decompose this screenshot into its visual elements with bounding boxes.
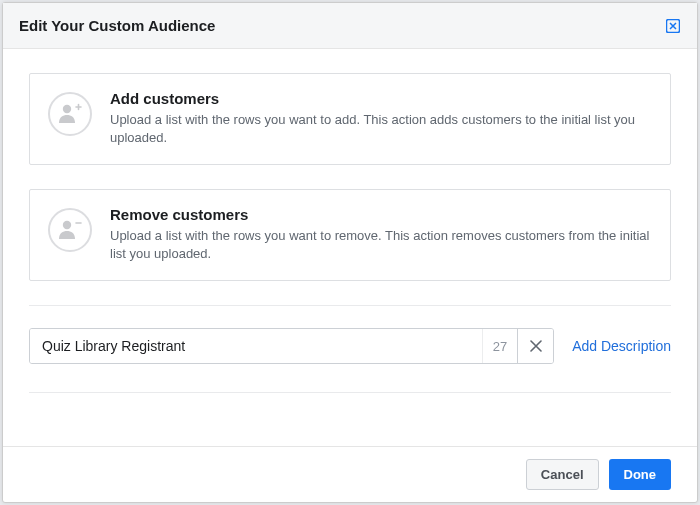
dialog-title: Edit Your Custom Audience bbox=[19, 17, 215, 34]
remove-customers-title: Remove customers bbox=[110, 206, 652, 223]
svg-point-1 bbox=[63, 105, 71, 113]
divider bbox=[29, 305, 671, 306]
user-minus-icon bbox=[48, 208, 92, 252]
name-row: 27 Add Description bbox=[29, 328, 671, 364]
user-plus-icon bbox=[48, 92, 92, 136]
edit-audience-dialog: Edit Your Custom Audience Add customers … bbox=[2, 2, 698, 503]
divider-bottom bbox=[29, 392, 671, 393]
x-icon bbox=[530, 340, 542, 352]
dialog-footer: Cancel Done bbox=[3, 446, 697, 502]
add-customers-title: Add customers bbox=[110, 90, 652, 107]
char-count: 27 bbox=[482, 329, 517, 363]
audience-name-group: 27 bbox=[29, 328, 554, 364]
add-description-link[interactable]: Add Description bbox=[572, 338, 671, 354]
svg-point-2 bbox=[63, 221, 71, 229]
close-button[interactable] bbox=[665, 18, 681, 34]
cancel-button[interactable]: Cancel bbox=[526, 459, 599, 490]
close-icon bbox=[666, 19, 680, 33]
add-customers-text: Add customers Upload a list with the row… bbox=[110, 90, 652, 146]
remove-customers-text: Remove customers Upload a list with the … bbox=[110, 206, 652, 262]
remove-customers-card[interactable]: Remove customers Upload a list with the … bbox=[29, 189, 671, 281]
add-customers-card[interactable]: Add customers Upload a list with the row… bbox=[29, 73, 671, 165]
dialog-header: Edit Your Custom Audience bbox=[3, 3, 697, 49]
audience-name-input[interactable] bbox=[30, 329, 482, 363]
add-customers-description: Upload a list with the rows you want to … bbox=[110, 111, 652, 146]
clear-name-button[interactable] bbox=[517, 329, 553, 363]
remove-customers-description: Upload a list with the rows you want to … bbox=[110, 227, 652, 262]
done-button[interactable]: Done bbox=[609, 459, 672, 490]
dialog-body: Add customers Upload a list with the row… bbox=[3, 49, 697, 446]
